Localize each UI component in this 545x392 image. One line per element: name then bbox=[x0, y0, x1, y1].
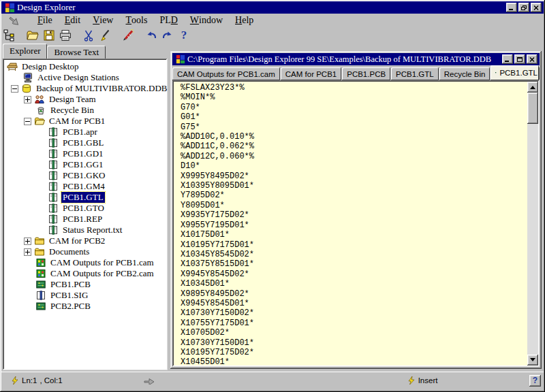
tree-item-pcb1-gd1[interactable]: PCB1.GD1 bbox=[4, 148, 166, 159]
explorer-tree-icon bbox=[3, 29, 16, 42]
wizard-button[interactable] bbox=[120, 28, 136, 43]
toolbar: ? bbox=[1, 27, 544, 44]
expand-icon[interactable] bbox=[24, 248, 31, 256]
folder-icon bbox=[34, 246, 45, 257]
tree-item-pcb2-pcb[interactable]: PCB2.PCB bbox=[4, 301, 166, 312]
tree-item-pcb1-sig[interactable]: PCB1.SIG bbox=[4, 290, 166, 301]
menu-bar: File Edit View Tools PLD Window Help bbox=[1, 14, 544, 27]
menu-window[interactable]: Window bbox=[184, 14, 229, 26]
tree-item-design-desktop[interactable]: Design Desktop bbox=[4, 61, 166, 72]
lightning-icon bbox=[11, 376, 19, 385]
book-icon bbox=[35, 290, 46, 301]
tree-item-cam-outputs-pcb2[interactable]: CAM Outputs for PCB2.cam bbox=[4, 268, 166, 279]
doc-maximize-button[interactable] bbox=[514, 54, 525, 64]
doc-minimize-button[interactable] bbox=[502, 54, 513, 64]
tree-item-design-team[interactable]: Design Team bbox=[4, 94, 166, 105]
menu-pld[interactable]: PLD bbox=[153, 14, 183, 26]
save-button[interactable] bbox=[41, 28, 57, 43]
tree-item-pcb1-pcb[interactable]: PCB1.PCB bbox=[4, 279, 166, 290]
menu-view[interactable]: View bbox=[87, 14, 119, 26]
tree-item-cam-for-pcb1[interactable]: CAM for PCB1 bbox=[4, 116, 166, 127]
menu-tools[interactable]: Tools bbox=[119, 14, 153, 26]
tree-item-cam-for-pcb2[interactable]: CAM for PCB2 bbox=[4, 235, 166, 246]
desktop-icon bbox=[7, 61, 18, 72]
doc-tab-recycle-bin[interactable]: Recycle Bin bbox=[439, 67, 490, 80]
doc-tab-pcb1-gtl[interactable]: PCB1.GTL bbox=[391, 67, 439, 80]
scroll-up-button[interactable] bbox=[527, 82, 538, 93]
lightning-icon bbox=[407, 376, 416, 385]
column-indicator: , Col:1 bbox=[40, 376, 62, 385]
open-folder-icon bbox=[34, 116, 45, 127]
tree-item-pcb1-gto[interactable]: PCB1.GTO bbox=[4, 203, 166, 214]
expand-icon[interactable] bbox=[24, 238, 31, 245]
document-icon bbox=[48, 225, 59, 235]
menu-help[interactable]: Help bbox=[229, 14, 260, 26]
tree-item-pcb1-apr[interactable]: PCB1.apr bbox=[4, 127, 166, 137]
open-document-button[interactable] bbox=[25, 28, 41, 43]
restore-icon bbox=[521, 5, 527, 10]
document-icon bbox=[48, 203, 59, 214]
tree-item-pcb1-gg1[interactable]: PCB1.GG1 bbox=[4, 159, 166, 170]
menu-edit[interactable]: Edit bbox=[59, 14, 87, 26]
menu-file[interactable]: File bbox=[31, 14, 59, 26]
cam-output-icon bbox=[35, 268, 46, 279]
tree-item-pcb1-gko[interactable]: PCB1.GKO bbox=[4, 170, 166, 181]
minimize-icon bbox=[509, 5, 514, 10]
tree-item-active-design-stations[interactable]: Active Design Stations bbox=[4, 72, 166, 83]
tree-item-pcb1-gbl[interactable]: PCB1.GBL bbox=[4, 137, 166, 148]
help-button[interactable]: ? bbox=[176, 28, 192, 43]
tree-item-pcb1-gm4[interactable]: PCB1.GM4 bbox=[4, 181, 166, 192]
tree-item-status-report[interactable]: Status Report.txt bbox=[4, 225, 166, 235]
document-title: C:\Program Files\Design Explorer 99 SE\E… bbox=[187, 54, 502, 65]
document-tabs: CAM Outputs for PCB1.cam CAM for PCB1 PC… bbox=[172, 65, 540, 80]
close-icon bbox=[529, 57, 535, 62]
system-menu-arrow-icon[interactable] bbox=[7, 12, 23, 28]
doc-tab-cam-outputs-pcb1[interactable]: CAM Outputs for PCB1.cam bbox=[172, 67, 280, 80]
line-indicator: Ln:1 bbox=[22, 376, 37, 385]
document-icon bbox=[48, 148, 59, 159]
close-button[interactable] bbox=[531, 3, 542, 12]
cam-output-icon bbox=[35, 257, 46, 268]
document-content[interactable]: %FSLAX23Y23*% %MOIN*% G70* G01* G75* %AD… bbox=[172, 80, 540, 367]
doc-tab-pcb1-gtl-active[interactable]: PCB1.GTL bbox=[490, 65, 539, 80]
document-window: C:\Program Files\Design Explorer 99 SE\E… bbox=[170, 51, 542, 369]
paste-button[interactable] bbox=[97, 28, 113, 43]
doc-tab-cam-for-pcb1[interactable]: CAM for PCB1 bbox=[281, 67, 341, 80]
design-tree: Design Desktop Active Design Stations Ba… bbox=[3, 59, 168, 370]
tree-item-pcb1-gtl[interactable]: PCB1.GTL bbox=[4, 192, 166, 203]
print-button[interactable] bbox=[57, 28, 74, 43]
document-titlebar: C:\Program Files\Design Explorer 99 SE\E… bbox=[172, 53, 540, 65]
collapse-icon[interactable] bbox=[11, 85, 18, 93]
tree-item-pcb1-rep[interactable]: PCB1.REP bbox=[4, 214, 166, 225]
status-help-button[interactable]: ? bbox=[529, 375, 541, 387]
scroll-down-button[interactable] bbox=[527, 355, 538, 365]
tab-explorer[interactable]: Explorer bbox=[3, 44, 47, 59]
scrollbar-thumb[interactable] bbox=[527, 93, 538, 124]
document-icon bbox=[48, 192, 59, 203]
maximize-icon bbox=[517, 57, 523, 62]
help-icon: ? bbox=[181, 29, 187, 42]
cut-button[interactable] bbox=[80, 28, 97, 43]
tab-browse-text[interactable]: Browse Text bbox=[47, 46, 106, 59]
minimize-icon bbox=[505, 57, 510, 62]
redo-button[interactable] bbox=[159, 28, 176, 43]
document-icon bbox=[495, 68, 497, 78]
paste-icon bbox=[98, 29, 112, 42]
document-icon bbox=[48, 181, 59, 192]
doc-close-button[interactable] bbox=[527, 54, 538, 64]
workstation-icon bbox=[22, 72, 33, 83]
redo-arrow-icon bbox=[161, 29, 174, 42]
doc-tab-pcb1-pcb[interactable]: PCB1.PCB bbox=[342, 67, 390, 80]
explorer-panel-button[interactable] bbox=[1, 28, 18, 43]
minimize-button[interactable] bbox=[506, 3, 517, 12]
recycle-bin-icon bbox=[35, 105, 46, 116]
tree-item-recycle-bin[interactable]: Recycle Bin bbox=[4, 105, 166, 116]
expand-icon[interactable] bbox=[24, 96, 31, 103]
collapse-icon[interactable] bbox=[24, 118, 31, 125]
tree-item-documents[interactable]: Documents bbox=[4, 246, 166, 257]
restore-button[interactable] bbox=[518, 3, 529, 12]
tree-item-cam-outputs-pcb1[interactable]: CAM Outputs for PCB1.cam bbox=[4, 257, 166, 268]
undo-button[interactable] bbox=[143, 28, 159, 43]
tree-item-backup-ddb[interactable]: Backup of MULTIVIBRATOR.DDB bbox=[4, 83, 166, 94]
vertical-scrollbar[interactable] bbox=[527, 82, 538, 365]
